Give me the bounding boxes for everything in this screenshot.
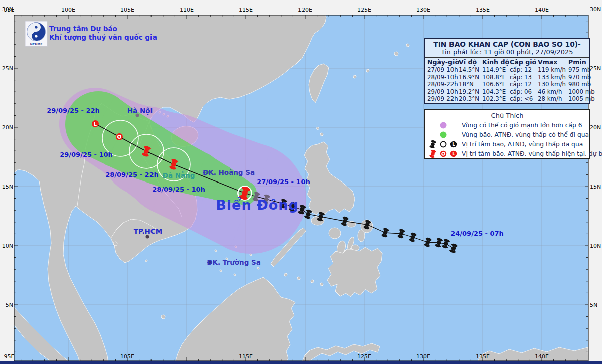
table-cell: cấp: 06	[510, 88, 538, 96]
table-cell: 27/09-10h	[427, 66, 459, 74]
axis-label: 130E	[416, 7, 430, 13]
legend-item: Vùng bão, ATNĐ, vùng thấp có thể đi qua	[425, 130, 589, 139]
axis-label: 105E	[120, 7, 134, 13]
table-cell: 18°N	[459, 81, 482, 88]
axis-label: 135E	[476, 353, 490, 360]
table-cell: 14.5°N	[459, 66, 482, 74]
table-cell: 29/09-22h	[427, 95, 459, 103]
axis-label: 95E	[4, 353, 15, 360]
alert-title: TIN BAO KHAN CAP (CON BAO SO 10)-	[425, 39, 589, 48]
storm-forecast-map: L 95E100E105E110E115E120E125E130E135E140…	[0, 0, 602, 364]
axis-label: 10N	[590, 243, 602, 249]
low-symbol: L	[92, 120, 99, 127]
axis-label: 115E	[239, 353, 253, 360]
axis-label: 25N	[590, 65, 602, 72]
org-name: Trung tâm Dự báo Khí tượng thuỷ văn quốc…	[49, 25, 157, 41]
axis-label: 10N	[0, 243, 13, 249]
place-dot	[146, 235, 149, 239]
table-cell: 980 mb	[568, 81, 590, 88]
storm-alert-box: TIN BAO KHAN CAP (CON BAO SO 10)- Tin ph…	[424, 38, 590, 104]
axis-label: 135E	[476, 7, 490, 13]
table-cell: 28 km/h	[538, 95, 568, 103]
axis-label: 25N	[0, 65, 13, 72]
green-area-icon	[425, 131, 462, 139]
svg-text:L: L	[452, 151, 455, 156]
table-cell: cấp: 12	[510, 81, 538, 88]
table-cell: 20.3°N	[459, 95, 482, 103]
axis-label: 5N	[0, 302, 13, 308]
axis-label: 140E	[535, 7, 549, 13]
table-cell: 1000 mb	[568, 88, 590, 96]
table-cell: cấp: 13	[510, 74, 538, 81]
table-cell: 28/09-10h	[427, 74, 459, 81]
axis-label: 110E	[180, 7, 194, 13]
legend-item: L Vị trí tâm bão, ATNĐ, vùng thấp hiện t…	[425, 149, 589, 158]
axis-label: 115E	[239, 7, 253, 13]
legend-item: L Vị trí tâm bão, ATNĐ, vùng thấp đã qua	[425, 139, 589, 149]
purple-area-icon	[425, 121, 462, 129]
svg-text:L: L	[94, 121, 97, 127]
axis-label: 105E	[120, 353, 134, 360]
bottom-strip	[0, 361, 602, 364]
table-cell: 975 mb	[568, 66, 590, 74]
axis-label: 5N	[590, 302, 602, 308]
axis-label: 15N	[0, 184, 13, 190]
table-cell: 28/09-22h	[427, 81, 459, 88]
legend-title: Chú Thích	[425, 110, 589, 120]
legend-item: Vùng có thể có gió mạnh lớn hơn cấp 6	[425, 120, 589, 130]
table-cell: 119 km/h	[538, 66, 568, 74]
table-cell: 1005 mb	[568, 95, 590, 103]
depression-symbol	[116, 133, 123, 140]
axis-label: 130E	[416, 353, 430, 360]
nchmf-logo: NCHMF	[25, 21, 48, 47]
table-cell: 130 km/h	[538, 81, 568, 88]
table-row: 28/09-10h16.9°N108.8°Ecấp: 13133 km/h970…	[425, 74, 589, 81]
column-header: Kinh độ	[482, 58, 510, 66]
table-header-row: Ngày-giờVĩ độKinh độCấp gióVmaxPmin	[425, 58, 589, 66]
table-cell: 19.2°N	[459, 88, 482, 96]
axis-label: 20N	[0, 124, 13, 131]
table-cell: 970 mb	[568, 74, 590, 81]
column-header: Vmax	[538, 58, 568, 66]
org-line1: Trung tâm Dự báo	[49, 25, 157, 33]
forecast-table: Ngày-giờVĩ độKinh độCấp gióVmaxPmin27/09…	[425, 58, 589, 103]
table-cell: 102.3°E	[482, 95, 510, 103]
past-symbols-icon: L	[425, 139, 462, 149]
table-cell: 46 km/h	[538, 88, 568, 96]
table-row: 29/09-22h20.3°N102.3°Ecấp: <628 km/h1005…	[425, 95, 589, 103]
table-cell: 29/09-10h	[427, 88, 459, 96]
svg-text:L: L	[452, 142, 455, 147]
table-cell: cấp: 12	[510, 66, 538, 74]
table-cell: 106.6°E	[482, 81, 510, 88]
table-cell: 114.9°E	[482, 66, 510, 74]
axis-label: 30N	[590, 6, 602, 13]
org-line2: Khí tượng thuỷ văn quốc gia	[49, 33, 157, 42]
place-dot	[136, 114, 139, 117]
axis-label: 30N	[0, 6, 13, 13]
table-row: 29/09-10h19.2°N104.3°Ecấp: 0646 km/h1000…	[425, 88, 589, 96]
logo-text: NCHMF	[30, 42, 43, 46]
axis-label: 15N	[590, 184, 602, 190]
column-header: Cấp gió	[510, 58, 538, 66]
table-cell: 133 km/h	[538, 74, 568, 81]
table-cell: 104.3°E	[482, 88, 510, 96]
place-dot	[206, 171, 209, 174]
current-symbols-icon: L	[425, 149, 462, 159]
table-row: 27/09-10h14.5°N114.9°Ecấp: 12119 km/h975…	[425, 66, 589, 74]
column-header: Vĩ độ	[459, 58, 482, 66]
table-cell: 16.9°N	[459, 74, 482, 81]
axis-label: 120E	[298, 7, 312, 13]
column-header: Ngày-giờ	[427, 58, 459, 66]
axis-label: 125E	[357, 353, 371, 360]
table-cell: 108.8°E	[482, 74, 510, 81]
axis-label: 20N	[590, 124, 602, 131]
axis-label: 125E	[357, 7, 371, 13]
legend-box: Chú Thích Vùng có thể có gió mạnh lớn hơ…	[424, 109, 590, 159]
alert-issued-time: Tin phát lúc: 11 giờ 00 phút, 27/09/2025	[425, 48, 589, 58]
column-header: Pmin	[568, 58, 590, 66]
table-cell: cấp: <6	[510, 95, 538, 103]
table-row: 28/09-22h18°N106.6°Ecấp: 12130 km/h980 m…	[425, 81, 589, 88]
axis-label: 140E	[535, 353, 549, 360]
place-dot	[209, 261, 212, 264]
axis-label: 100E	[61, 7, 75, 13]
